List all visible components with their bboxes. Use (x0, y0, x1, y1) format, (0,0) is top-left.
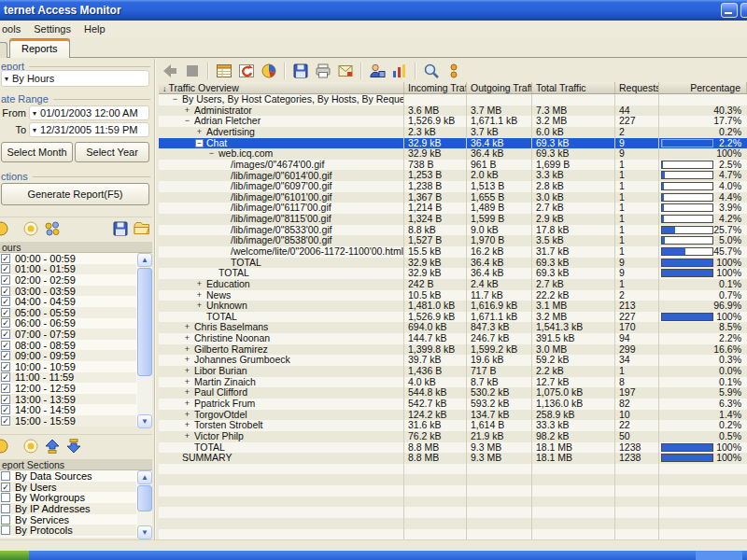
hour-row[interactable]: ✓12:00 - 12:59 (0, 383, 136, 394)
report-type-dropdown[interactable]: ▾ By Hours (1, 70, 149, 87)
checkbox[interactable]: ✓ (1, 308, 10, 317)
checkbox[interactable]: ✓ (1, 254, 10, 263)
radio-circle-icon[interactable] (21, 437, 40, 455)
checkbox[interactable]: ✓ (1, 395, 10, 404)
web-report-icon[interactable] (237, 62, 256, 80)
table-row[interactable]: −By Users, By Host Categories, By Hosts,… (159, 94, 747, 105)
hours-scrollbar[interactable]: ▲ ▼ (137, 253, 152, 428)
percent-icon[interactable] (444, 62, 463, 80)
group-circles-icon[interactable] (43, 219, 62, 238)
hour-row[interactable]: ✓05:00 - 05:59 (0, 307, 136, 318)
minimize-button[interactable] (721, 3, 738, 18)
expander-icon[interactable]: + (183, 387, 191, 399)
generate-report-button[interactable]: Generate Report(F5) (1, 183, 149, 205)
checkbox[interactable]: ✓ (1, 318, 10, 328)
table-row[interactable]: +Johannes Grumboeck39.7 kB19.6 kB59.2 kB… (159, 355, 747, 366)
maximize-button[interactable] (740, 3, 747, 18)
expander-icon[interactable]: − (207, 148, 216, 160)
back-icon[interactable] (161, 62, 179, 80)
radio-circle-icon[interactable] (21, 219, 40, 238)
table-row[interactable]: −Chat32.9 kB36.4 kB69.3 kB92.2% (159, 138, 747, 149)
table-row[interactable]: +Torsten Strobelt31.6 kB1,614 B33.3 kB22… (159, 420, 747, 431)
expander-icon[interactable]: + (183, 420, 191, 431)
scroll-up-button[interactable]: ▲ (137, 470, 152, 484)
table-row[interactable]: /lib/image/0"8538'00.gif1,527 B1,970 B3.… (159, 235, 747, 246)
section-row[interactable]: By IP Addresses (0, 503, 136, 514)
checkbox[interactable]: ✓ (1, 384, 10, 393)
checkbox[interactable]: ✓ (1, 297, 10, 306)
table-row[interactable]: /lib/image/0"6014'00.gif1,253 B2.0 kB3.3… (159, 170, 747, 181)
zoom-icon[interactable] (422, 62, 441, 80)
expander-icon[interactable]: + (183, 105, 191, 117)
table-row[interactable]: /lib/image/0"6117'00.gif1,214 B1,489 B2.… (159, 203, 747, 214)
hour-row[interactable]: ✓02:00 - 02:59 (0, 274, 136, 286)
table-row[interactable]: TOTAL32.9 kB36.4 kB69.3 kB9100% (159, 258, 747, 269)
table-row[interactable]: SUMMARY8.8 MB9.3 MB18.1 MB1238100% (159, 453, 747, 464)
table-row[interactable]: /lib/image/0"6101'00.gif1,367 B1,655 B3.… (159, 192, 747, 203)
expander-icon[interactable]: + (183, 410, 191, 421)
user-report-icon[interactable] (368, 62, 387, 80)
table-row[interactable]: /images/0"4674'00.gif738 B961 B1,699 B12… (159, 160, 747, 171)
tab-reports[interactable]: Reports (9, 38, 70, 58)
hour-row[interactable]: ✓15:00 - 15:59 (0, 415, 136, 427)
to-date-field[interactable]: ▾ 12/31/2005 11:59 PM (29, 122, 149, 137)
select-year-button[interactable]: Select Year (75, 142, 149, 162)
table-row[interactable]: TOTAL8.8 MB9.3 MB18.1 MB1238100% (159, 442, 747, 454)
table-row[interactable]: +TorgovOtdel124.2 kB134.7 kB258.9 kB101.… (159, 410, 747, 421)
hour-row[interactable]: ✓13:00 - 13:59 (0, 394, 136, 405)
checkbox[interactable]: ✓ (1, 362, 10, 371)
table-row[interactable]: +Martin Zinaich4.0 kB8.7 kB12.7 kB80.1% (159, 377, 747, 388)
expander-icon[interactable]: + (195, 279, 204, 290)
column-header[interactable]: Incoming Traffic (404, 82, 467, 93)
expander-icon[interactable]: + (183, 333, 191, 344)
checkbox[interactable] (1, 471, 10, 481)
start-button[interactable] (0, 551, 29, 560)
hour-row[interactable]: ✓00:00 - 00:59 (0, 253, 136, 264)
table-row[interactable]: +Victor Philp76.2 kB21.9 kB98.2 kB500.5% (159, 431, 747, 442)
hour-row[interactable]: ✓14:00 - 14:59 (0, 404, 136, 415)
table-row[interactable]: +Education242 B2.4 kB2.7 kB10.1% (159, 279, 747, 290)
expander-icon[interactable]: + (183, 366, 191, 377)
save-icon[interactable] (111, 219, 130, 238)
checkbox[interactable]: ✓ (1, 416, 10, 426)
tab-partial[interactable] (0, 42, 7, 58)
sections-scrollbar[interactable]: ▲ ▼ (137, 470, 152, 539)
report-table-icon[interactable] (215, 62, 233, 80)
menu-item-help[interactable]: Help (78, 21, 112, 36)
hour-row[interactable]: ✓06:00 - 06:59 (0, 318, 136, 329)
section-row[interactable]: By Protocols (0, 525, 136, 536)
expander-icon[interactable]: + (183, 344, 191, 356)
expander-icon[interactable]: + (183, 399, 191, 410)
table-row[interactable]: /lib/image/0"8115'00.gif1,324 B1,599 B2.… (159, 214, 747, 225)
table-row[interactable]: −web.icq.com32.9 kB36.4 kB69.3 kB9100% (159, 148, 747, 160)
scrollbar-thumb[interactable] (137, 485, 152, 511)
taskbar[interactable] (0, 551, 747, 560)
expander-icon[interactable]: − (183, 116, 191, 127)
checkbox[interactable]: ✓ (1, 287, 10, 296)
select-month-button[interactable]: Select Month (1, 142, 73, 162)
table-row[interactable]: TOTAL32.9 kB36.4 kB69.3 kB9100% (159, 268, 747, 279)
hour-row[interactable]: ✓10:00 - 10:59 (0, 361, 136, 372)
section-row[interactable]: By Workgroups (0, 492, 136, 503)
expander-icon[interactable]: + (195, 127, 204, 138)
table-row[interactable]: +News10.5 kB11.7 kB22.2 kB20.7% (159, 290, 747, 301)
checkbox[interactable] (1, 493, 10, 502)
section-row[interactable]: ✓By Users (0, 482, 136, 493)
table-row[interactable]: +Christine Noonan144.7 kB246.7 kB391.5 k… (159, 333, 747, 344)
checkbox[interactable] (1, 515, 10, 525)
half-circle-icon[interactable] (0, 219, 19, 238)
print-icon[interactable] (314, 62, 332, 80)
table-row[interactable]: +Administrator3.6 MB3.7 MB7.3 MB4440.3% (159, 105, 747, 117)
table-row[interactable]: +Ppatrick Frum542.7 kB593.2 kB1,136.0 kB… (159, 399, 747, 410)
scroll-up-button[interactable]: ▲ (137, 253, 152, 267)
checkbox[interactable]: ✓ (1, 341, 10, 350)
section-row[interactable]: By Data Sources (0, 470, 136, 482)
expander-icon[interactable]: + (195, 301, 204, 312)
expander-icon[interactable]: + (183, 322, 191, 333)
column-header[interactable]: Requests (615, 82, 659, 93)
stop-icon[interactable] (183, 62, 202, 80)
down-arrow-icon[interactable] (64, 437, 83, 455)
expander-icon[interactable]: + (183, 355, 191, 366)
up-arrow-icon[interactable] (43, 437, 62, 455)
hour-row[interactable]: ✓09:00 - 09:59 (0, 350, 136, 361)
